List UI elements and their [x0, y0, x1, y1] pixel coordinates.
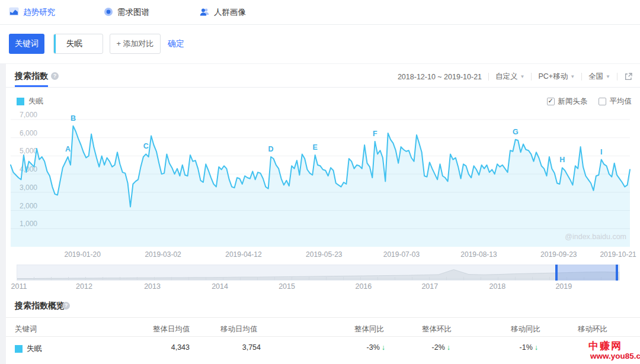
cell-overall-daily-avg: 4,343: [142, 343, 190, 352]
checkbox-icon[interactable]: [599, 98, 606, 105]
svg-text:2019-09-23: 2019-09-23: [540, 250, 577, 259]
slider-handle-left[interactable]: [555, 265, 558, 281]
col-header-keyword: 关键词: [15, 324, 37, 334]
site-watermark-url: www.you85.com: [590, 352, 640, 360]
legend-options: 新闻头条 平均值: [547, 96, 632, 107]
chevron-down-icon: ▼: [570, 74, 575, 79]
col-header-mobile-daily-avg: 移动日均值: [220, 324, 258, 334]
svg-text:H: H: [559, 156, 565, 164]
svg-text:G: G: [513, 128, 519, 136]
svg-text:2019-03-02: 2019-03-02: [145, 250, 181, 259]
svg-text:2019-05-23: 2019-05-23: [306, 250, 343, 259]
divider: [531, 73, 532, 80]
checkbox-icon[interactable]: [547, 98, 555, 105]
col-header-overall-mom: 整体环比: [422, 324, 452, 334]
svg-text:@index.baidu.com: @index.baidu.com: [565, 233, 626, 241]
nav-tab-crowd-portrait[interactable]: 人群画像: [200, 5, 246, 20]
year-label: 2012: [76, 282, 92, 291]
chevron-down-icon: ▼: [520, 74, 525, 79]
divider: [6, 336, 640, 337]
site-watermark-name: 中赚网: [588, 339, 622, 353]
year-label: 2019: [555, 282, 572, 291]
svg-text:2019-10-21: 2019-10-21: [600, 250, 636, 259]
chevron-down-icon: ▼: [606, 74, 610, 79]
svg-text:7,000: 7,000: [20, 111, 37, 119]
nav-tab-label: 人群画像: [214, 7, 246, 18]
range-mode-value: 自定义: [495, 72, 518, 82]
keyword-input[interactable]: 失眠: [53, 34, 103, 54]
cell-mobile-daily-avg: 3,754: [213, 343, 261, 352]
series-name: 失眠: [28, 96, 43, 107]
selection-window[interactable]: [556, 265, 617, 281]
year-label: 2018: [489, 282, 505, 291]
search-index-line-chart: 1,0002,0003,0004,0005,0006,0007,000ABCDE…: [11, 112, 634, 264]
svg-text:D: D: [268, 145, 274, 153]
year-label: 2017: [421, 282, 438, 291]
svg-text:2019-04-12: 2019-04-12: [225, 250, 262, 259]
region-value: 全国: [588, 72, 603, 82]
export-icon[interactable]: [624, 72, 633, 81]
trend-chart-icon: [9, 7, 19, 18]
table-row-keyword: 失眠: [15, 343, 42, 354]
series-swatch: [15, 345, 23, 353]
confirm-link[interactable]: 确定: [168, 38, 184, 49]
divider: [581, 73, 582, 80]
svg-text:6,000: 6,000: [20, 129, 37, 137]
person-icon: [200, 7, 210, 18]
help-icon[interactable]: ?: [51, 72, 59, 80]
svg-text:2019-01-20: 2019-01-20: [65, 250, 101, 259]
series-swatch: [17, 98, 24, 105]
nav-tab-demand-graph[interactable]: 需求图谱: [104, 5, 149, 20]
year-label: 2011: [11, 282, 27, 291]
svg-text:B: B: [71, 114, 76, 123]
overview-section-title: 搜索指数概览: [15, 301, 65, 311]
year-label: 2014: [212, 282, 228, 291]
keyword-button[interactable]: 关键词: [9, 34, 44, 54]
nav-tab-trend-research[interactable]: 趋势研究: [9, 5, 55, 20]
series-legend[interactable]: 失眠: [17, 96, 43, 107]
nav-tab-label: 需求图谱: [117, 7, 149, 18]
range-mode-dropdown[interactable]: 自定义 ▼: [495, 72, 524, 82]
col-header-mobile-mom: 移动环比: [578, 324, 607, 334]
bullseye-icon: [104, 7, 113, 18]
region-dropdown[interactable]: 全国 ▼: [588, 72, 610, 82]
col-header-mobile-yoy: 移动同比: [511, 324, 540, 334]
device-dropdown[interactable]: PC+移动 ▼: [538, 72, 575, 82]
tab-search-index[interactable]: 搜索指数: [15, 71, 48, 82]
series-color-bar: [54, 34, 56, 53]
svg-text:2019-07-03: 2019-07-03: [383, 250, 420, 259]
slider-handle-right[interactable]: [616, 265, 618, 281]
keyword-text: 失眠: [27, 343, 42, 354]
toggle-label: 平均值: [610, 96, 632, 107]
help-icon[interactable]: ?: [62, 302, 70, 310]
top-section: 趋势研究 需求图谱 人群画像 关键词 失眠 + 添加对比 确定: [0, 0, 640, 63]
date-range-text: 2018-12-10 ~ 2019-10-21: [398, 73, 482, 81]
year-label: 2016: [355, 282, 372, 291]
svg-text:2019-08-13: 2019-08-13: [460, 250, 497, 259]
toggle-news-headlines[interactable]: 新闻头条: [547, 96, 588, 107]
cell-overall-mom: -2%↓: [406, 343, 450, 352]
svg-text:E: E: [313, 143, 318, 152]
search-index-panel: 搜索指数 ? 2018-12-10 ~ 2019-10-21 自定义 ▼ PC+…: [6, 64, 640, 364]
year-label: 2013: [144, 282, 161, 291]
year-label: 2015: [279, 282, 295, 291]
divider: [6, 317, 640, 318]
chart-controls: 2018-12-10 ~ 2019-10-21 自定义 ▼ PC+移动 ▼ 全国…: [398, 72, 633, 82]
add-compare-button[interactable]: + 添加对比: [110, 34, 161, 54]
toggle-average[interactable]: 平均值: [599, 96, 632, 107]
nav-tab-label: 趋势研究: [23, 7, 55, 18]
cell-mobile-yoy: -1%↓: [492, 343, 538, 352]
divider: [488, 73, 489, 80]
cell-overall-yoy: -3%↓: [338, 343, 385, 352]
slider-ticks: [17, 277, 619, 280]
divider: [6, 87, 640, 88]
svg-text:A: A: [65, 145, 71, 153]
col-header-overall-daily-avg: 整体日均值: [153, 324, 190, 334]
timeline-slider[interactable]: [17, 265, 620, 281]
device-value: PC+移动: [538, 72, 568, 82]
keyword-value: 失眠: [66, 38, 82, 49]
timeline-year-labels: 201120122013201420152016201720182019: [17, 282, 620, 291]
divider: [617, 73, 617, 80]
top-navigation: 趋势研究 需求图谱 人群画像: [0, 0, 640, 25]
svg-text:C: C: [143, 142, 149, 150]
